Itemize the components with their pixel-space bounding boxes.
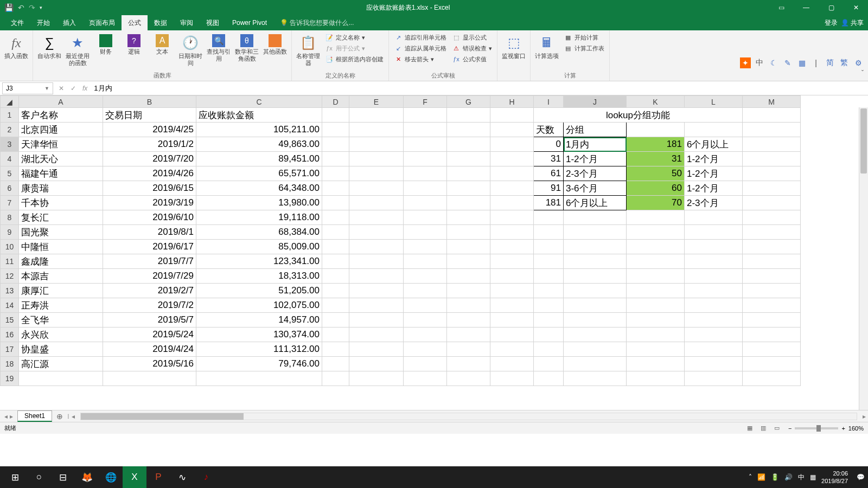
cell-E5[interactable] xyxy=(349,166,404,181)
show-formulas-button[interactable]: ⬚显示公式 xyxy=(450,33,494,42)
row-header-14[interactable]: 14 xyxy=(1,298,19,313)
notifications-icon[interactable]: 💬 xyxy=(857,473,865,481)
cell-C13[interactable]: 51,205.00 xyxy=(196,284,322,298)
cell-J16[interactable] xyxy=(564,328,627,342)
cell-H12[interactable] xyxy=(490,269,534,284)
cell-A19[interactable] xyxy=(19,371,103,386)
cell-A9[interactable]: 国光聚 xyxy=(19,225,103,240)
cell-B17[interactable]: 2019/4/24 xyxy=(103,342,196,357)
cell-K13[interactable] xyxy=(627,284,685,298)
cell-H16[interactable] xyxy=(490,328,534,342)
cell-F4[interactable] xyxy=(404,152,447,166)
cell-F9[interactable] xyxy=(404,225,447,240)
cell-G1[interactable] xyxy=(447,108,490,123)
use-formula-button[interactable]: ƒx用于公式 ▾ xyxy=(323,43,385,53)
cell-A15[interactable]: 全飞华 xyxy=(19,313,103,328)
row-header-10[interactable]: 10 xyxy=(1,240,19,254)
error-check-button[interactable]: ⚠错误检查 ▾ xyxy=(450,43,494,53)
cell-A17[interactable]: 协皇盛 xyxy=(19,342,103,357)
cell-B16[interactable]: 2019/5/24 xyxy=(103,328,196,342)
cell-I4[interactable]: 31 xyxy=(534,152,564,166)
col-header-A[interactable]: A xyxy=(19,96,103,108)
share-button[interactable]: 👤 共享 xyxy=(841,18,864,28)
col-header-L[interactable]: L xyxy=(685,96,743,108)
cell-B9[interactable]: 2019/8/1 xyxy=(103,225,196,240)
cell-F16[interactable] xyxy=(404,328,447,342)
cell-K12[interactable] xyxy=(627,269,685,284)
cell-A11[interactable]: 鑫成隆 xyxy=(19,254,103,269)
cell-F10[interactable] xyxy=(404,240,447,254)
remove-arrows-button[interactable]: ✕移去箭头 ▾ xyxy=(392,54,448,64)
lookup-button[interactable]: 🔍查找与引用 xyxy=(206,33,232,62)
sheet-tab[interactable]: Sheet1 xyxy=(17,410,52,422)
calc-sheet-button[interactable]: ▤计算工作表 xyxy=(562,43,606,53)
row-header-3[interactable]: 3 xyxy=(1,137,19,152)
cell-C8[interactable]: 19,118.00 xyxy=(196,210,322,225)
cell-H8[interactable] xyxy=(490,210,534,225)
cell-K15[interactable] xyxy=(627,313,685,328)
cell-G8[interactable] xyxy=(447,210,490,225)
cell-I9[interactable] xyxy=(534,225,564,240)
cell-C4[interactable]: 89,451.00 xyxy=(196,152,322,166)
wifi-icon[interactable]: 📶 xyxy=(757,473,765,481)
cell-D10[interactable] xyxy=(322,240,349,254)
row-header-8[interactable]: 8 xyxy=(1,210,19,225)
cell-I10[interactable] xyxy=(534,240,564,254)
cell-K7[interactable]: 70 xyxy=(627,196,685,210)
cell-B1[interactable]: 交易日期 xyxy=(103,108,196,123)
cell-D11[interactable] xyxy=(322,254,349,269)
insert-function-button[interactable]: fx 插入函数 xyxy=(3,33,29,60)
cell-M9[interactable] xyxy=(743,225,801,240)
cell-J2[interactable]: 分组 xyxy=(564,123,627,137)
cell-G9[interactable] xyxy=(447,225,490,240)
col-header-G[interactable]: G xyxy=(447,96,490,108)
col-header-H[interactable]: H xyxy=(490,96,534,108)
row-header-2[interactable]: 2 xyxy=(1,123,19,137)
cell-D7[interactable] xyxy=(322,196,349,210)
name-manager-button[interactable]: 📋名称管理器 xyxy=(295,33,321,67)
cell-J9[interactable] xyxy=(564,225,627,240)
addin-icon-7[interactable]: 简 xyxy=(825,57,835,68)
cell-K19[interactable] xyxy=(627,371,685,386)
cell-E18[interactable] xyxy=(349,357,404,371)
cell-D1[interactable] xyxy=(322,108,349,123)
cell-I1[interactable]: lookup分组功能 xyxy=(534,108,743,123)
cell-G6[interactable] xyxy=(447,181,490,196)
cell-D13[interactable] xyxy=(322,284,349,298)
normal-view-icon[interactable]: ▦ xyxy=(744,425,756,432)
excel-icon[interactable]: X xyxy=(123,466,146,488)
cell-L5[interactable]: 1-2个月 xyxy=(685,166,743,181)
cell-G7[interactable] xyxy=(447,196,490,210)
cell-A5[interactable]: 福建午通 xyxy=(19,166,103,181)
cell-J15[interactable] xyxy=(564,313,627,328)
cell-M5[interactable] xyxy=(743,166,801,181)
cell-J10[interactable] xyxy=(564,240,627,254)
cell-L7[interactable]: 2-3个月 xyxy=(685,196,743,210)
cell-K6[interactable]: 60 xyxy=(627,181,685,196)
tab-file[interactable]: 文件 xyxy=(4,15,30,31)
cell-B19[interactable] xyxy=(103,371,196,386)
cell-E17[interactable] xyxy=(349,342,404,357)
cell-B12[interactable]: 2019/7/29 xyxy=(103,269,196,284)
select-all[interactable]: ◢ xyxy=(1,96,19,108)
cell-C11[interactable]: 123,341.00 xyxy=(196,254,322,269)
cell-E1[interactable] xyxy=(349,108,404,123)
row-header-1[interactable]: 1 xyxy=(1,108,19,123)
cell-J13[interactable] xyxy=(564,284,627,298)
cell-L15[interactable] xyxy=(685,313,743,328)
col-header-M[interactable]: M xyxy=(743,96,801,108)
cell-D8[interactable] xyxy=(322,210,349,225)
cell-H13[interactable] xyxy=(490,284,534,298)
cell-B11[interactable]: 2019/7/7 xyxy=(103,254,196,269)
cell-M14[interactable] xyxy=(743,298,801,313)
cell-B2[interactable]: 2019/4/25 xyxy=(103,123,196,137)
calc-options-button[interactable]: 🖩计算选项 xyxy=(534,33,560,60)
cell-M8[interactable] xyxy=(743,210,801,225)
cell-M18[interactable] xyxy=(743,357,801,371)
cell-E15[interactable] xyxy=(349,313,404,328)
redo-icon[interactable]: ↷ xyxy=(29,3,35,12)
cell-B8[interactable]: 2019/6/10 xyxy=(103,210,196,225)
row-header-13[interactable]: 13 xyxy=(1,284,19,298)
cell-H1[interactable] xyxy=(490,108,534,123)
cell-K11[interactable] xyxy=(627,254,685,269)
